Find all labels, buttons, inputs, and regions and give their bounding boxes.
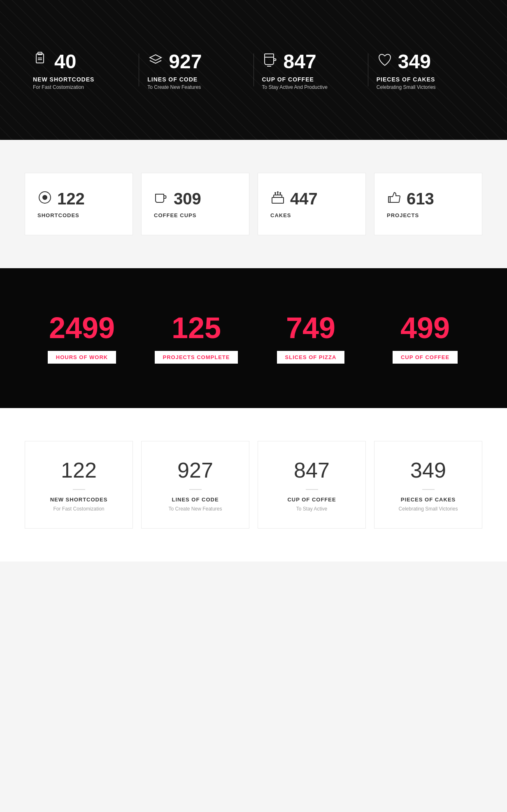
hours-label: HOURS OF WORK <box>48 351 116 364</box>
svg-rect-4 <box>265 54 274 57</box>
card-cakes: 447 CAKES <box>258 173 366 235</box>
minimal-cakes: 349 PIECES OF CAKES Celebrating Small Vi… <box>374 441 482 529</box>
minimal-shortcodes-num: 122 <box>37 458 120 483</box>
svg-point-15 <box>277 191 279 193</box>
card-cakes-num: 447 <box>290 190 318 208</box>
minimal-cakes-label: PIECES OF CAKES <box>387 496 470 503</box>
projects-complete-label: PROJECTS COMPLETE <box>155 351 238 364</box>
coffee-red-label: CUP OF COFFEE <box>393 351 458 364</box>
pizza-label: SLICES OF PIZZA <box>277 351 345 364</box>
lines-code-number: 927 <box>169 50 202 73</box>
cakes-number: 349 <box>398 50 431 73</box>
card-shortcodes: 122 SHORTCODES <box>25 173 133 235</box>
layers-icon <box>147 51 164 72</box>
cakes-sub: Celebrating Small Victories <box>377 84 474 90</box>
minimal-cakes-sub: Celebrating Small Victories <box>387 506 470 512</box>
minimal-cakes-num: 349 <box>387 458 470 483</box>
card-coffee-num: 309 <box>174 190 201 208</box>
minimal-shortcodes-label: NEW SHORTCODES <box>37 496 120 503</box>
card-projects-num: 613 <box>407 190 434 208</box>
stat-lines-code: 927 LINES OF CODE To Create New Features <box>139 50 253 90</box>
minimal-lines-code: 927 LINES OF CODE To Create New Features <box>141 441 249 529</box>
cakes-label: PIECES OF CAKES <box>377 76 474 83</box>
minimal-lines-num: 927 <box>154 458 237 483</box>
stat-coffee: 847 CUP OF COFFEE To Stay Active And Pro… <box>254 50 368 90</box>
coffee-icon <box>262 51 279 72</box>
minimal-shortcodes-sub: For Fast Costomization <box>37 506 120 512</box>
card-shortcodes-label: SHORTCODES <box>37 212 79 218</box>
minimal-divider-4 <box>422 489 435 490</box>
minimal-divider-3 <box>306 489 318 490</box>
heart-icon <box>377 51 393 72</box>
coffee-number: 847 <box>284 50 316 73</box>
coffee-sub: To Stay Active And Productive <box>262 84 360 90</box>
disc-icon <box>37 190 52 208</box>
svg-point-16 <box>279 192 281 194</box>
coffee-label: CUP OF COFFEE <box>262 76 360 83</box>
stat-shortcodes: 40 NEW SHORTCODES For Fast Costomization <box>25 50 139 90</box>
stat-hours: 2499 HOURS OF WORK <box>25 313 139 364</box>
minimal-lines-sub: To Create New Features <box>154 506 237 512</box>
stat-projects-complete: 125 PROJECTS COMPLETE <box>139 313 254 364</box>
svg-point-7 <box>43 195 47 200</box>
svg-rect-9 <box>272 197 284 203</box>
shortcodes-sub: For Fast Costomization <box>33 84 130 90</box>
minimal-coffee-sub: To Stay Active <box>270 506 353 512</box>
card-coffee-cups: 309 COFFEE CUPS <box>141 173 249 235</box>
minimal-lines-label: LINES OF CODE <box>154 496 237 503</box>
cake-icon <box>270 190 285 208</box>
minimal-coffee-label: CUP OF COFFEE <box>270 496 353 503</box>
shortcodes-number: 40 <box>54 50 76 73</box>
coffee-red-number: 499 <box>376 313 474 343</box>
stat-coffee-red: 499 CUP OF COFFEE <box>368 313 482 364</box>
pizza-number: 749 <box>262 313 360 343</box>
card-projects-label: PROJECTS <box>387 212 419 218</box>
coffee2-icon <box>154 190 169 208</box>
svg-point-14 <box>274 192 276 194</box>
shortcode-icon <box>33 51 49 72</box>
minimal-divider-2 <box>189 489 202 490</box>
section-dark-stats: 40 NEW SHORTCODES For Fast Costomization… <box>0 0 507 140</box>
section-light-cards: 122 SHORTCODES 309 COFFEE CUPS <box>0 140 507 268</box>
svg-rect-17 <box>388 197 390 202</box>
section-minimal-cards: 122 NEW SHORTCODES For Fast Costomizatio… <box>0 408 507 561</box>
minimal-coffee-num: 847 <box>270 458 353 483</box>
section-red-stats: 2499 HOURS OF WORK 125 PROJECTS COMPLETE… <box>0 268 507 408</box>
projects-complete-number: 125 <box>147 313 245 343</box>
card-projects: 613 PROJECTS <box>374 173 482 235</box>
minimal-divider-1 <box>73 489 85 490</box>
card-shortcodes-num: 122 <box>57 190 85 208</box>
card-coffee-label: COFFEE CUPS <box>154 212 196 218</box>
stat-cakes: 349 PIECES OF CAKES Celebrating Small Vi… <box>368 50 482 90</box>
stat-pizza: 749 SLICES OF PIZZA <box>254 313 368 364</box>
lines-code-sub: To Create New Features <box>147 84 245 90</box>
minimal-shortcodes: 122 NEW SHORTCODES For Fast Costomizatio… <box>25 441 133 529</box>
card-cakes-label: CAKES <box>270 212 291 218</box>
shortcodes-label: NEW SHORTCODES <box>33 76 130 83</box>
svg-rect-10 <box>274 195 282 197</box>
lines-code-label: LINES OF CODE <box>147 76 245 83</box>
thumbup-icon <box>387 190 402 208</box>
hours-number: 2499 <box>33 313 131 343</box>
minimal-coffee: 847 CUP OF COFFEE To Stay Active <box>258 441 366 529</box>
